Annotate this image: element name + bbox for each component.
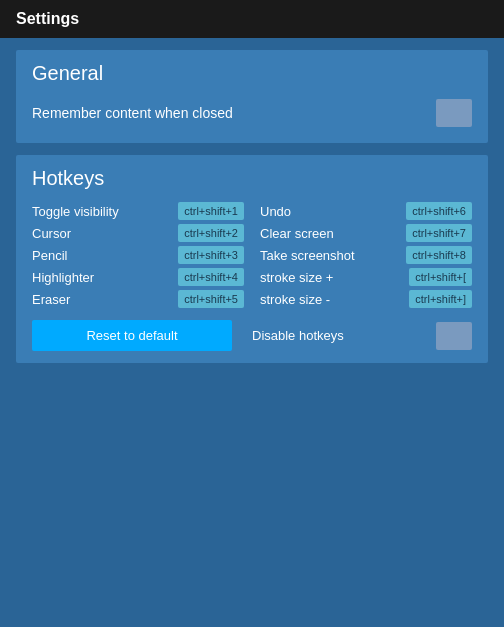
hotkey-label-highlighter: Highlighter xyxy=(32,270,178,285)
remember-content-toggle[interactable] xyxy=(436,99,472,127)
hotkey-row-toggle-visibility: Toggle visibility ctrl+shift+1 xyxy=(32,200,244,222)
hotkeys-title: Hotkeys xyxy=(32,167,472,190)
hotkey-badge-clear-screen[interactable]: ctrl+shift+7 xyxy=(406,224,472,242)
hotkey-label-stroke-size-minus: stroke size - xyxy=(260,292,409,307)
hotkeys-section: Hotkeys Toggle visibility ctrl+shift+1 C… xyxy=(16,155,488,363)
hotkey-label-cursor: Cursor xyxy=(32,226,178,241)
hotkey-label-clear-screen: Clear screen xyxy=(260,226,406,241)
hotkeys-left-column: Toggle visibility ctrl+shift+1 Cursor ct… xyxy=(32,200,244,310)
hotkey-row-take-screenshot: Take screenshot ctrl+shift+8 xyxy=(260,244,472,266)
remember-content-label: Remember content when closed xyxy=(32,105,233,121)
hotkey-badge-toggle-visibility[interactable]: ctrl+shift+1 xyxy=(178,202,244,220)
hotkey-row-pencil: Pencil ctrl+shift+3 xyxy=(32,244,244,266)
hotkey-row-clear-screen: Clear screen ctrl+shift+7 xyxy=(260,222,472,244)
hotkey-label-pencil: Pencil xyxy=(32,248,178,263)
general-title: General xyxy=(32,62,472,85)
hotkey-badge-stroke-size-plus[interactable]: ctrl+shift+[ xyxy=(409,268,472,286)
hotkey-badge-eraser[interactable]: ctrl+shift+5 xyxy=(178,290,244,308)
reset-to-default-button[interactable]: Reset to default xyxy=(32,320,232,351)
hotkey-row-eraser: Eraser ctrl+shift+5 xyxy=(32,288,244,310)
hotkey-row-highlighter: Highlighter ctrl+shift+4 xyxy=(32,266,244,288)
disable-hotkeys-toggle[interactable] xyxy=(436,322,472,350)
hotkey-label-take-screenshot: Take screenshot xyxy=(260,248,406,263)
hotkey-row-stroke-size-minus: stroke size - ctrl+shift+] xyxy=(260,288,472,310)
disable-hotkeys-label: Disable hotkeys xyxy=(252,328,344,343)
hotkey-label-stroke-size-plus: stroke size + xyxy=(260,270,409,285)
hotkey-badge-take-screenshot[interactable]: ctrl+shift+8 xyxy=(406,246,472,264)
hotkey-label-toggle-visibility: Toggle visibility xyxy=(32,204,178,219)
hotkey-badge-stroke-size-minus[interactable]: ctrl+shift+] xyxy=(409,290,472,308)
title-bar: Settings xyxy=(0,0,504,38)
hotkey-row-cursor: Cursor ctrl+shift+2 xyxy=(32,222,244,244)
hotkey-badge-undo[interactable]: ctrl+shift+6 xyxy=(406,202,472,220)
hotkey-badge-cursor[interactable]: ctrl+shift+2 xyxy=(178,224,244,242)
title-text: Settings xyxy=(16,10,79,27)
general-section: General Remember content when closed xyxy=(16,50,488,143)
hotkey-badge-pencil[interactable]: ctrl+shift+3 xyxy=(178,246,244,264)
hotkey-row-stroke-size-plus: stroke size + ctrl+shift+[ xyxy=(260,266,472,288)
hotkey-row-undo: Undo ctrl+shift+6 xyxy=(260,200,472,222)
hotkeys-right-column: Undo ctrl+shift+6 Clear screen ctrl+shif… xyxy=(260,200,472,310)
hotkey-label-undo: Undo xyxy=(260,204,406,219)
hotkey-badge-highlighter[interactable]: ctrl+shift+4 xyxy=(178,268,244,286)
hotkey-label-eraser: Eraser xyxy=(32,292,178,307)
